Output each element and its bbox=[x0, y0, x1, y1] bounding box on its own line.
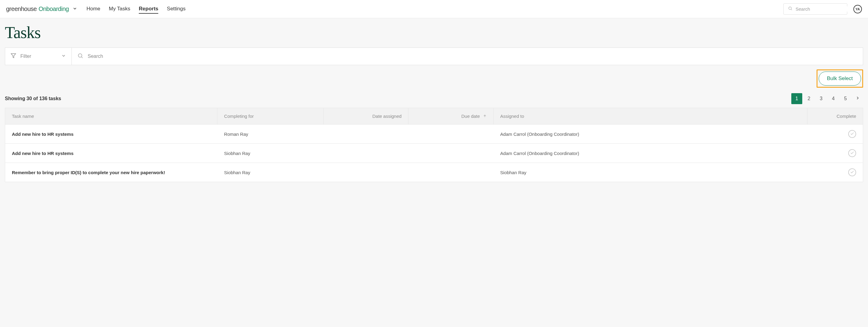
task-search-input[interactable] bbox=[88, 54, 857, 59]
nav-links: Home My Tasks Reports Settings bbox=[87, 5, 186, 14]
page-1[interactable]: 1 bbox=[791, 93, 802, 104]
check-icon bbox=[850, 151, 854, 156]
search-icon bbox=[788, 6, 793, 12]
cell-due-date bbox=[408, 167, 493, 178]
main-content: Tasks Filter Bulk Select Show bbox=[0, 18, 868, 187]
avatar-initials: YA bbox=[856, 7, 860, 11]
topbar-right: YA bbox=[783, 3, 862, 14]
cell-date-assigned bbox=[323, 148, 408, 159]
check-icon bbox=[850, 131, 854, 137]
check-icon bbox=[850, 170, 854, 175]
cell-completing-for: Roman Ray bbox=[217, 126, 323, 142]
bulk-select-button[interactable]: Bulk Select bbox=[819, 71, 861, 86]
cell-complete bbox=[807, 124, 863, 143]
search-icon bbox=[77, 53, 83, 60]
cell-date-assigned bbox=[323, 167, 408, 178]
cell-complete bbox=[807, 144, 863, 162]
filter-search-row: Filter bbox=[5, 48, 863, 65]
filter-label: Filter bbox=[21, 54, 31, 59]
svg-line-4 bbox=[82, 57, 83, 58]
nav-settings[interactable]: Settings bbox=[167, 5, 185, 14]
col-due-date[interactable]: Due date bbox=[408, 108, 493, 124]
col-due-date-label: Due date bbox=[461, 114, 480, 119]
bulk-select-row: Bulk Select bbox=[5, 69, 863, 88]
task-search[interactable] bbox=[72, 48, 863, 65]
cell-assigned-to: Adam Carrol (Onboarding Coordinator) bbox=[494, 145, 808, 161]
cell-assigned-to: Adam Carrol (Onboarding Coordinator) bbox=[494, 126, 808, 142]
page-4[interactable]: 4 bbox=[828, 93, 839, 104]
page-title: Tasks bbox=[5, 23, 863, 42]
chevron-right-icon bbox=[855, 96, 860, 102]
col-task-name[interactable]: Task name bbox=[5, 108, 217, 124]
cell-complete bbox=[807, 163, 863, 182]
top-nav: greenhouse Onboarding Home My Tasks Repo… bbox=[0, 0, 868, 18]
table-row[interactable]: Remember to bring proper ID(S) to comple… bbox=[5, 163, 863, 182]
col-complete[interactable]: Complete bbox=[807, 108, 863, 124]
global-search-input[interactable] bbox=[796, 6, 854, 11]
cell-due-date bbox=[408, 128, 493, 140]
nav-reports[interactable]: Reports bbox=[139, 5, 158, 14]
result-count: Showing 30 of 136 tasks bbox=[5, 96, 61, 101]
app-logo[interactable]: greenhouse Onboarding bbox=[6, 5, 77, 12]
logo-secondary: Onboarding bbox=[39, 5, 69, 12]
nav-home[interactable]: Home bbox=[87, 5, 100, 14]
table-header: Task name Completing for Date assigned D… bbox=[5, 108, 863, 124]
complete-toggle[interactable] bbox=[848, 149, 856, 157]
cell-completing-for: Siobhan Ray bbox=[217, 165, 323, 181]
svg-marker-2 bbox=[11, 54, 16, 58]
svg-point-0 bbox=[789, 7, 792, 10]
pagination: 1 2 3 4 5 bbox=[791, 93, 863, 104]
table-row[interactable]: Add new hire to HR systems Roman Ray Ada… bbox=[5, 124, 863, 144]
page-2[interactable]: 2 bbox=[804, 93, 814, 104]
table-body: Add new hire to HR systems Roman Ray Ada… bbox=[5, 124, 863, 182]
cell-task-name: Add new hire to HR systems bbox=[5, 126, 217, 142]
complete-toggle[interactable] bbox=[848, 130, 856, 138]
filter-icon bbox=[11, 53, 16, 60]
tasks-table: Task name Completing for Date assigned D… bbox=[5, 108, 863, 182]
cell-task-name: Add new hire to HR systems bbox=[5, 145, 217, 161]
svg-line-1 bbox=[791, 9, 792, 10]
page-5[interactable]: 5 bbox=[840, 93, 851, 104]
page-3[interactable]: 3 bbox=[816, 93, 827, 104]
table-row[interactable]: Add new hire to HR systems Siobhan Ray A… bbox=[5, 144, 863, 163]
bulk-select-highlight: Bulk Select bbox=[816, 69, 863, 88]
global-search[interactable] bbox=[783, 3, 847, 14]
complete-toggle[interactable] bbox=[848, 168, 856, 176]
page-next[interactable] bbox=[852, 93, 863, 104]
sort-asc-icon bbox=[483, 114, 487, 119]
chevron-down-icon[interactable] bbox=[72, 6, 77, 12]
cell-assigned-to: Siobhan Ray bbox=[494, 165, 808, 181]
chevron-down-icon bbox=[61, 53, 66, 59]
filter-dropdown[interactable]: Filter bbox=[5, 48, 72, 65]
col-completing-for[interactable]: Completing for bbox=[217, 108, 323, 124]
cell-due-date bbox=[408, 148, 493, 159]
avatar[interactable]: YA bbox=[854, 5, 862, 13]
nav-my-tasks[interactable]: My Tasks bbox=[109, 5, 130, 14]
col-assigned-to[interactable]: Assigned to bbox=[494, 108, 808, 124]
svg-point-3 bbox=[78, 54, 82, 57]
cell-completing-for: Siobhan Ray bbox=[217, 145, 323, 161]
cell-task-name: Remember to bring proper ID(S) to comple… bbox=[5, 165, 217, 181]
col-date-assigned[interactable]: Date assigned bbox=[323, 108, 408, 124]
logo-primary: greenhouse bbox=[6, 5, 37, 12]
cell-date-assigned bbox=[323, 128, 408, 140]
table-meta: Showing 30 of 136 tasks 1 2 3 4 5 bbox=[5, 93, 863, 104]
